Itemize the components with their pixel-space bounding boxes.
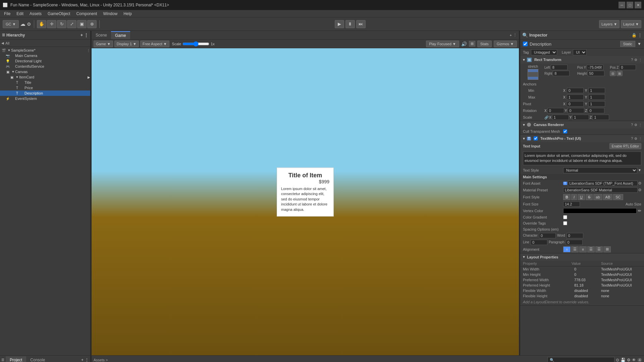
fs-btn-ab-lower[interactable]: ab [593, 194, 602, 200]
cr-settings-icon[interactable]: ⚙ [634, 123, 637, 127]
align-geo-btn[interactable]: ⊞ [603, 246, 611, 252]
hierarchy-menu-icon[interactable]: ⋮ [84, 33, 88, 38]
tag-dropdown[interactable]: Untagged [531, 49, 557, 55]
fs-btn-sc[interactable]: SC [613, 194, 623, 200]
fs-btn-italic[interactable]: I [571, 194, 577, 200]
play-focused-button[interactable]: Play Focused ▼ [426, 41, 459, 47]
static-button[interactable]: Static [620, 41, 636, 47]
text-style-dropdown[interactable]: Normal [563, 167, 637, 173]
textmeshpro-header[interactable]: ▼ T TextMeshPro - Text (UI) ? ⚙ ⋮ [520, 135, 644, 142]
scale-z-input[interactable] [592, 115, 609, 120]
rt-left-input[interactable] [551, 65, 568, 70]
hierarchy-item-canvas[interactable]: ▣ ▼ Canvas [0, 69, 90, 74]
rt-right-input[interactable] [553, 71, 570, 76]
rt-btn1[interactable]: ⊟ [610, 71, 616, 76]
titlebar-controls[interactable]: ─ □ ✕ [619, 2, 641, 8]
cr-menu-icon[interactable]: ⋮ [639, 123, 642, 127]
minimize-button[interactable]: ─ [619, 2, 625, 8]
transform-tool[interactable]: ⊕ [87, 20, 97, 28]
align-left-btn[interactable]: ≡ [563, 246, 571, 252]
settings-icon[interactable]: ⚙ [27, 21, 31, 27]
stats-button[interactable]: Stats [477, 41, 492, 47]
tab-console[interactable]: Console [26, 356, 49, 362]
pause-button[interactable]: ⏸ [345, 20, 355, 28]
max-x-input[interactable] [567, 95, 584, 100]
rt-menu-icon[interactable]: ⋮ [639, 58, 642, 62]
vertex-color-swatch[interactable] [563, 208, 637, 214]
hierarchy-item-itemcard[interactable]: ▣ ▼ ItemCard ▶ [0, 74, 90, 80]
sound-icon[interactable]: 🔊 [461, 41, 467, 47]
rect-tool[interactable]: ▣ [77, 20, 87, 28]
fs-btn-strike[interactable]: S [586, 194, 593, 200]
tmp-settings-icon[interactable]: ⚙ [634, 137, 637, 140]
pivot-x-input[interactable] [567, 101, 584, 107]
cull-checkbox[interactable] [563, 129, 567, 133]
color-gradient-checkbox[interactable] [563, 215, 567, 219]
fs-btn-underline[interactable]: U [578, 194, 585, 200]
step-button[interactable]: ⏭ [356, 20, 366, 28]
scene-menu-icon[interactable]: ⋮ [87, 49, 90, 52]
anchor-preset-box[interactable] [528, 69, 538, 80]
font-size-input[interactable] [563, 201, 580, 207]
hierarchy-add-icon[interactable]: + [80, 33, 83, 38]
rt-question-icon[interactable]: ? [631, 58, 633, 62]
asset-eye-icon[interactable]: 👁 [632, 358, 636, 362]
layout-properties-header[interactable]: ▼ Layout Properties [520, 253, 644, 261]
hierarchy-item-maincamera[interactable]: 📷 Main Camera [0, 53, 90, 58]
project-add-icon[interactable]: + [81, 358, 84, 362]
maximize-button[interactable]: □ [627, 2, 633, 8]
menu-gameobject[interactable]: GameObject [45, 11, 73, 17]
hierarchy-item-price[interactable]: T Price [0, 85, 90, 90]
min-y-input[interactable] [588, 88, 605, 93]
fs-btn-bold[interactable]: B [563, 194, 571, 200]
word-input[interactable] [567, 233, 583, 238]
rot-z-input[interactable] [588, 108, 604, 113]
layout-dropdown[interactable]: Layout ▼ [621, 20, 641, 28]
align-center-btn[interactable]: ☰ [571, 246, 579, 252]
layers-dropdown[interactable]: Layers ▼ [599, 20, 620, 28]
rotate-tool[interactable]: ↻ [57, 20, 66, 28]
enable-rtl-button[interactable]: Enable RTL Editor [609, 143, 641, 149]
display-dropdown[interactable]: Display 1 ▼ [114, 41, 139, 47]
rt-settings-icon[interactable]: ⚙ [634, 58, 637, 62]
tab-game[interactable]: Game [111, 31, 130, 39]
rt-height-input[interactable] [588, 71, 604, 76]
itemcard-arrow-right-icon[interactable]: ▶ [88, 75, 90, 79]
scene-add-icon[interactable]: + [510, 33, 512, 37]
hand-tool[interactable]: ✋ [37, 20, 46, 28]
font-asset-pick-icon[interactable]: ⊙ [638, 181, 641, 185]
align-right-btn[interactable]: ≡ [579, 246, 587, 252]
inspector-menu-icon[interactable]: ⋮ [638, 33, 642, 38]
game-dropdown[interactable]: Game ▼ [94, 41, 113, 47]
tmp-menu-icon[interactable]: ⋮ [639, 137, 642, 140]
close-button[interactable]: ✕ [635, 2, 641, 8]
scale-x-input[interactable] [552, 115, 569, 120]
max-y-input[interactable] [588, 95, 605, 100]
hierarchy-back-icon[interactable]: ◀ [1, 41, 4, 45]
line-input[interactable] [531, 240, 547, 245]
hierarchy-item-description[interactable]: T Description [0, 90, 90, 96]
menu-component[interactable]: Component [73, 11, 100, 17]
hierarchy-item-title[interactable]: T Title [0, 80, 90, 85]
scale-y-input[interactable] [572, 115, 589, 120]
menu-help[interactable]: Help [121, 11, 135, 17]
menu-window[interactable]: Window [100, 11, 120, 17]
rt-btn2[interactable]: ⊞ [616, 71, 623, 76]
material-preset-pick-icon[interactable]: ⊙ [638, 188, 641, 192]
paragraph-input[interactable] [566, 240, 583, 245]
stats-icon[interactable]: ⊞ [469, 41, 475, 47]
asset-settings-icon[interactable]: ⚙ [627, 358, 631, 362]
pivot-y-input[interactable] [588, 101, 605, 107]
rot-x-input[interactable] [547, 108, 564, 113]
color-picker-icon[interactable]: ✏ [638, 208, 641, 213]
align-flush-btn[interactable]: ☰ [595, 246, 603, 252]
override-tags-checkbox[interactable] [563, 221, 567, 225]
component-menu-icon[interactable]: ▼ [637, 42, 641, 46]
project-menu-icon[interactable]: ⋮ [85, 358, 89, 362]
inspector-lock-icon[interactable]: 🔒 [632, 33, 637, 38]
tab-project[interactable]: Project [6, 356, 26, 362]
tmp-active-checkbox[interactable] [534, 136, 538, 140]
rt-posz-input[interactable] [619, 65, 636, 70]
hierarchy-item-eventsystem[interactable]: ⚡ EventSystem [0, 96, 90, 101]
aspect-dropdown[interactable]: Free Aspect ▼ [140, 41, 169, 47]
